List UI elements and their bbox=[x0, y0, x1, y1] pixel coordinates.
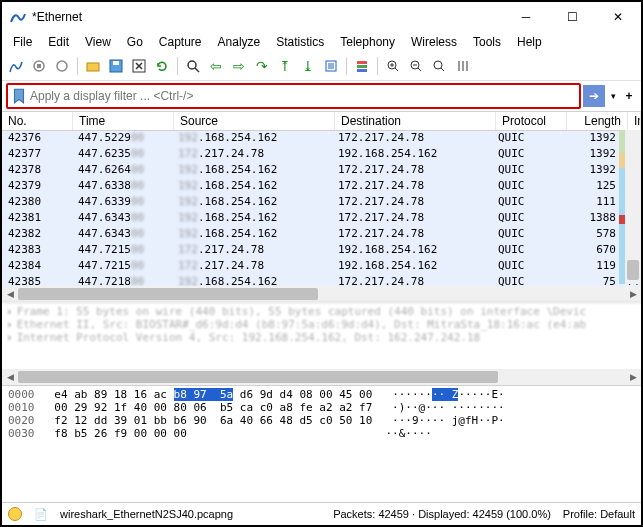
status-profile[interactable]: Profile: Default bbox=[563, 508, 635, 520]
packet-details-pane[interactable]: ›Frame 1: 55 bytes on wire (440 bits), 5… bbox=[2, 302, 641, 369]
app-icon bbox=[10, 9, 26, 25]
svg-line-21 bbox=[418, 68, 421, 71]
zoom-out-icon[interactable] bbox=[406, 56, 426, 76]
main-toolbar: ⇦ ⇨ ↷ ⤒ ⤓ bbox=[2, 52, 641, 81]
window-title: *Ethernet bbox=[32, 10, 503, 24]
go-forward-icon[interactable]: ⇨ bbox=[229, 56, 249, 76]
expert-info-led-icon[interactable] bbox=[8, 507, 22, 521]
packet-row[interactable]: 42377447.623500172.217.24.78192.168.254.… bbox=[2, 147, 641, 163]
colorize-icon[interactable] bbox=[352, 56, 372, 76]
restart-capture-icon[interactable] bbox=[52, 56, 72, 76]
go-first-icon[interactable]: ⤒ bbox=[275, 56, 295, 76]
filter-history-dropdown[interactable]: ▾ bbox=[607, 91, 619, 101]
col-header-proto[interactable]: Protocol bbox=[496, 112, 567, 130]
packet-row[interactable]: 42376447.522900192.168.254.162172.217.24… bbox=[2, 131, 641, 147]
col-header-source[interactable]: Source bbox=[174, 112, 335, 130]
hex-row[interactable]: 0000 e4 ab 89 18 16 ac b8 97 5a d6 9d d4… bbox=[8, 388, 635, 401]
packet-list-header[interactable]: No. Time Source Destination Protocol Len… bbox=[2, 112, 641, 131]
svg-rect-15 bbox=[357, 69, 367, 72]
packet-row[interactable]: 42380447.633900192.168.254.162172.217.24… bbox=[2, 195, 641, 211]
packet-row[interactable]: 42382447.634300192.168.254.162172.217.24… bbox=[2, 227, 641, 243]
menu-file[interactable]: File bbox=[6, 33, 39, 51]
menu-telephony[interactable]: Telephony bbox=[333, 33, 402, 51]
svg-rect-14 bbox=[357, 65, 367, 68]
col-header-info[interactable]: Info bbox=[628, 112, 641, 130]
col-header-no[interactable]: No. bbox=[2, 112, 73, 130]
packet-row[interactable]: 42378447.626400192.168.254.162172.217.24… bbox=[2, 163, 641, 179]
zoom-reset-icon[interactable] bbox=[429, 56, 449, 76]
bookmark-icon[interactable] bbox=[10, 87, 28, 105]
svg-point-23 bbox=[434, 61, 442, 69]
menu-analyze[interactable]: Analyze bbox=[211, 33, 268, 51]
menu-view[interactable]: View bbox=[78, 33, 118, 51]
menu-bar: FileEditViewGoCaptureAnalyzeStatisticsTe… bbox=[2, 32, 641, 52]
packet-list-body[interactable]: 42376447.522900192.168.254.162172.217.24… bbox=[2, 131, 641, 286]
svg-point-2 bbox=[57, 61, 67, 71]
find-icon[interactable] bbox=[183, 56, 203, 76]
auto-scroll-icon[interactable] bbox=[321, 56, 341, 76]
title-bar: *Ethernet ─ ☐ ✕ bbox=[2, 2, 641, 32]
close-file-icon[interactable] bbox=[129, 56, 149, 76]
packet-list-vscroll[interactable] bbox=[625, 130, 641, 284]
col-header-length[interactable]: Length bbox=[567, 112, 628, 130]
minimap-colorstrip bbox=[619, 130, 625, 284]
hex-row[interactable]: 0020 f2 12 dd 39 01 bb b6 90 6a 40 66 48… bbox=[8, 414, 635, 427]
col-header-dest[interactable]: Destination bbox=[335, 112, 496, 130]
hex-row[interactable]: 0010 00 29 92 1f 40 00 80 06 b5 ca c0 a8… bbox=[8, 401, 635, 414]
svg-line-17 bbox=[395, 68, 398, 71]
packet-row[interactable]: 42384447.721500172.217.24.78192.168.254.… bbox=[2, 259, 641, 275]
svg-rect-13 bbox=[357, 61, 367, 64]
go-back-icon[interactable]: ⇦ bbox=[206, 56, 226, 76]
svg-line-8 bbox=[195, 68, 199, 72]
save-file-icon[interactable] bbox=[106, 56, 126, 76]
menu-capture[interactable]: Capture bbox=[152, 33, 209, 51]
menu-tools[interactable]: Tools bbox=[466, 33, 508, 51]
svg-line-24 bbox=[441, 68, 444, 71]
packet-bytes-pane[interactable]: 0000 e4 ab 89 18 16 ac b8 97 5a d6 9d d4… bbox=[2, 385, 641, 502]
packet-row[interactable]: 42383447.721500172.217.24.78192.168.254.… bbox=[2, 243, 641, 259]
close-button[interactable]: ✕ bbox=[595, 2, 641, 32]
menu-wireless[interactable]: Wireless bbox=[404, 33, 464, 51]
add-filter-button[interactable]: + bbox=[621, 89, 637, 103]
packet-row[interactable]: 42379447.633800192.168.254.162172.217.24… bbox=[2, 179, 641, 195]
capture-file-properties-icon[interactable]: 📄 bbox=[34, 508, 48, 521]
svg-point-7 bbox=[188, 61, 196, 69]
go-to-packet-icon[interactable]: ↷ bbox=[252, 56, 272, 76]
svg-rect-1 bbox=[37, 64, 41, 68]
hex-row[interactable]: 0030 f8 b5 26 f9 00 00 00 ··&···· bbox=[8, 427, 635, 440]
detail-row[interactable]: ›Frame 1: 55 bytes on wire (440 bits), 5… bbox=[6, 305, 637, 318]
display-filter-highlight bbox=[6, 83, 581, 109]
menu-help[interactable]: Help bbox=[510, 33, 549, 51]
status-bar: 📄 wireshark_EthernetN2SJ40.pcapng Packet… bbox=[2, 502, 641, 525]
open-file-icon[interactable] bbox=[83, 56, 103, 76]
details-hscroll[interactable]: ◀▶ bbox=[2, 369, 641, 385]
col-header-time[interactable]: Time bbox=[73, 112, 174, 130]
svg-rect-5 bbox=[113, 61, 119, 65]
status-file: wireshark_EthernetN2SJ40.pcapng bbox=[60, 508, 233, 520]
start-capture-icon[interactable] bbox=[6, 56, 26, 76]
display-filter-bar: ➔ ▾ + bbox=[2, 81, 641, 111]
reload-icon[interactable] bbox=[152, 56, 172, 76]
packet-list-pane: No. Time Source Destination Protocol Len… bbox=[2, 111, 641, 302]
stop-capture-icon[interactable] bbox=[29, 56, 49, 76]
menu-statistics[interactable]: Statistics bbox=[269, 33, 331, 51]
display-filter-input[interactable] bbox=[30, 89, 579, 103]
apply-filter-button[interactable]: ➔ bbox=[583, 85, 605, 107]
packet-list-hscroll[interactable]: ◀▶ bbox=[2, 286, 641, 302]
packet-row[interactable]: 42381447.634300192.168.254.162172.217.24… bbox=[2, 211, 641, 227]
detail-row[interactable]: ›Internet Protocol Version 4, Src: 192.1… bbox=[6, 331, 637, 344]
svg-rect-3 bbox=[87, 63, 99, 71]
maximize-button[interactable]: ☐ bbox=[549, 2, 595, 32]
minimize-button[interactable]: ─ bbox=[503, 2, 549, 32]
zoom-in-icon[interactable] bbox=[383, 56, 403, 76]
menu-go[interactable]: Go bbox=[120, 33, 150, 51]
packet-row[interactable]: 42385447.721800192.168.254.162172.217.24… bbox=[2, 275, 641, 286]
detail-row[interactable]: ›Ethernet II, Src: BIOSTAR#_d6:9d:d4 (b8… bbox=[6, 318, 637, 331]
go-last-icon[interactable]: ⤓ bbox=[298, 56, 318, 76]
menu-edit[interactable]: Edit bbox=[41, 33, 76, 51]
status-packet-counts: Packets: 42459 · Displayed: 42459 (100.0… bbox=[333, 508, 551, 520]
resize-columns-icon[interactable] bbox=[452, 56, 472, 76]
